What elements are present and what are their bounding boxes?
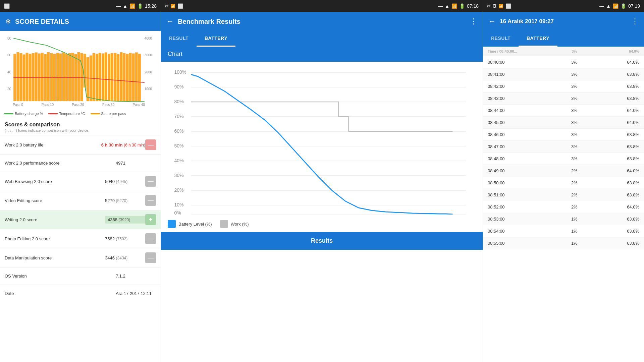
photo-icon-3: 🖼 — [492, 4, 496, 8]
cell-time: 08:40:00 — [488, 60, 553, 65]
cell-work: 63.8% — [596, 229, 639, 234]
cell-pct: 3% — [553, 72, 596, 77]
score-label-web: Web Browsing 2.0 score — [5, 179, 105, 184]
back-arrow-icon-3[interactable]: ← — [488, 17, 496, 26]
legend-battery-level: Battery Level (%) — [168, 220, 212, 228]
svg-text:30%: 30% — [174, 173, 184, 178]
wifi-icon-3: ▲ — [606, 3, 611, 9]
app-bar-1: ❄ SCORE DETAILS — [0, 12, 161, 31]
cell-time: 08:52:00 — [488, 204, 553, 209]
minus-icon-2: — — [438, 3, 443, 9]
svg-rect-37 — [102, 53, 104, 101]
svg-rect-41 — [114, 53, 116, 101]
svg-rect-42 — [117, 54, 119, 101]
cell-work: 63.8% — [596, 144, 639, 149]
status-right-1: — ▲ 📶 🔋 15:28 — [116, 3, 157, 9]
svg-text:60%: 60% — [174, 128, 184, 134]
tab-battery-2[interactable]: BATTERY — [197, 31, 235, 47]
score-bars — [13, 52, 141, 101]
cell-pct: 3% — [553, 84, 596, 89]
cell-work: 63.8% — [596, 84, 639, 89]
score-badge-video: — — [145, 195, 156, 206]
table-row: 08:51:00 2% 63.8% — [483, 189, 644, 201]
svg-text:10%: 10% — [174, 202, 184, 207]
battery-chart-wrap: 100% 90% 80% 70% 60% 50% 40% 30% 20% 10%… — [161, 62, 483, 216]
status-bar-3: ✉ 🖼 📶 ⬜ — ▲ 📶 🔋 07:19 — [483, 0, 644, 12]
score-row-photo: Photo Editing 2.0 score 7582 (7502) — — [0, 229, 161, 248]
tab-result-3[interactable]: RESULT — [483, 31, 519, 47]
sim-icon-3: 📶 — [498, 4, 503, 8]
svg-rect-9 — [16, 52, 19, 101]
svg-rect-12 — [25, 53, 28, 101]
table-row: 08:47:00 3% 63.8% — [483, 141, 644, 153]
svg-rect-17 — [41, 53, 44, 101]
status-left-3: ✉ 🖼 📶 ⬜ — [487, 3, 511, 9]
svg-text:0%: 0% — [174, 210, 181, 215]
square-icon: ⬜ — [4, 3, 10, 9]
wifi-icon: ▲ — [123, 3, 127, 9]
cell-pct: 1% — [553, 217, 596, 222]
svg-rect-35 — [96, 54, 98, 101]
table-row: 08:50:00 2% 63.8% — [483, 177, 644, 189]
cell-work: 63.8% — [596, 156, 639, 161]
cell-time: 08:48:00 — [488, 156, 553, 161]
svg-rect-43 — [120, 52, 122, 101]
more-vert-icon-2[interactable]: ⋮ — [470, 17, 477, 26]
svg-rect-27 — [71, 53, 74, 101]
svg-rect-49 — [138, 54, 141, 101]
tab-battery-3[interactable]: BATTERY — [519, 31, 557, 47]
table-row: 08:54:00 1% 63.8% — [483, 225, 644, 237]
svg-text:90%: 90% — [174, 84, 184, 89]
cell-pct: 1% — [553, 229, 596, 234]
tab-result-2[interactable]: RESULT — [161, 31, 197, 47]
status-right-3: — ▲ 📶 🔋 07:19 — [599, 3, 640, 9]
minus-icon: — — [116, 3, 121, 9]
status-left-1: ⬜ — [4, 3, 10, 9]
col-header-pct: 3% — [553, 49, 596, 53]
chart-legend-1: Battery charge % Temperature °C Score pe… — [0, 110, 161, 118]
score-value-web: 5040 (4945) — [105, 179, 145, 184]
score-legend-color — [91, 113, 100, 114]
signal-icon-3: 📶 — [613, 3, 619, 9]
cell-work: 64.0% — [596, 204, 639, 209]
svg-rect-45 — [126, 54, 128, 101]
score-value-writing: 4368 (3920) — [105, 216, 145, 224]
score-row-os: OS Version 7.1.2 — [0, 267, 161, 285]
back-arrow-icon-2[interactable]: ← — [166, 17, 174, 26]
svg-text:70%: 70% — [174, 114, 184, 119]
more-vert-icon-3[interactable]: ⋮ — [631, 17, 639, 26]
table-row: 08:45:00 3% 64.0% — [483, 117, 644, 129]
score-legend-label: Score per pass — [101, 112, 126, 116]
svg-rect-47 — [132, 53, 135, 101]
table-row: 08:55:00 1% 63.8% — [483, 237, 644, 249]
scores-section-subtitle: (↑, ↓, =) Icons indicate comparison with… — [0, 128, 161, 135]
cell-time: 08:41:00 — [488, 72, 553, 77]
score-value-video: 5279 (5270) — [105, 198, 145, 203]
table-row: 08:43:00 3% 63.8% — [483, 93, 644, 105]
cell-work: 64.0% — [596, 168, 639, 173]
cell-pct: 3% — [553, 108, 596, 113]
svg-rect-39 — [108, 54, 110, 101]
table-row: 08:46:00 3% 63.8% — [483, 129, 644, 141]
cell-time: 08:44:00 — [488, 108, 553, 113]
back-snowflake-icon[interactable]: ❄ — [5, 17, 11, 25]
battery-icon-3: 🔋 — [621, 3, 626, 9]
battery-icon: 🔋 — [137, 3, 143, 9]
score-label-os: OS Version — [5, 274, 116, 279]
cell-pct: 3% — [553, 120, 596, 125]
score-label-writing: Writing 2.0 score — [5, 217, 105, 222]
score-row-video: Video Editing score 5279 (5270) — — [0, 191, 161, 210]
cell-pct: 3% — [553, 144, 596, 149]
svg-text:80: 80 — [7, 37, 11, 40]
svg-rect-38 — [105, 52, 107, 101]
cell-work: 63.8% — [596, 132, 639, 137]
app-bar-title-1: SCORE DETAILS — [15, 18, 155, 25]
cell-work: 64.0% — [596, 120, 639, 125]
cell-pct: 2% — [553, 168, 596, 173]
results-button[interactable]: Results — [161, 232, 483, 250]
table-row: 08:44:00 3% 64.0% — [483, 105, 644, 117]
battery-legend-color — [4, 113, 13, 114]
svg-rect-24 — [62, 52, 65, 101]
svg-text:Pass 30: Pass 30 — [102, 103, 115, 107]
cell-work: 63.8% — [596, 217, 639, 222]
